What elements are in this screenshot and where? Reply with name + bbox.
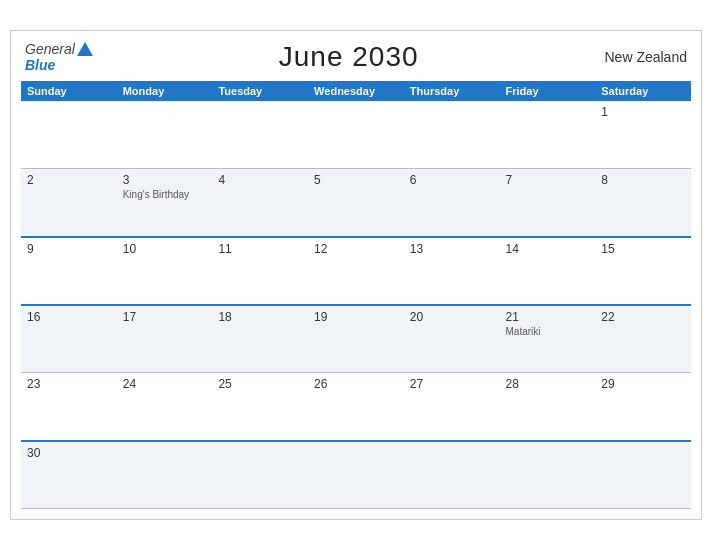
calendar-cell-w5d0: 30 — [21, 441, 117, 509]
day-number: 18 — [218, 310, 302, 324]
day-number: 21 — [506, 310, 590, 324]
calendar-cell-w5d1 — [117, 441, 213, 509]
calendar-cell-w3d5: 21Matariki — [500, 305, 596, 373]
calendar-header: General Blue June 2030 New Zealand — [21, 41, 691, 73]
day-number: 2 — [27, 173, 111, 187]
day-number: 23 — [27, 377, 111, 391]
week-row-0: 1 — [21, 101, 691, 169]
calendar-cell-w1d4: 6 — [404, 169, 500, 237]
calendar-cell-w1d6: 8 — [595, 169, 691, 237]
calendar-cell-w3d3: 19 — [308, 305, 404, 373]
calendar-cell-w2d6: 15 — [595, 237, 691, 305]
day-number: 13 — [410, 242, 494, 256]
week-row-1: 23King's Birthday45678 — [21, 169, 691, 237]
day-number: 14 — [506, 242, 590, 256]
calendar-cell-w5d5 — [500, 441, 596, 509]
calendar-cell-w4d4: 27 — [404, 373, 500, 441]
calendar-cell-w4d1: 24 — [117, 373, 213, 441]
calendar-cell-w3d0: 16 — [21, 305, 117, 373]
logo-general-text: General — [25, 41, 75, 57]
calendar-cell-w1d3: 5 — [308, 169, 404, 237]
calendar-table: Sunday Monday Tuesday Wednesday Thursday… — [21, 81, 691, 510]
day-number: 16 — [27, 310, 111, 324]
header-sunday: Sunday — [21, 81, 117, 101]
calendar-cell-w2d4: 13 — [404, 237, 500, 305]
calendar-cell-w5d6 — [595, 441, 691, 509]
calendar-cell-w4d6: 29 — [595, 373, 691, 441]
header-tuesday: Tuesday — [212, 81, 308, 101]
calendar-cell-w0d6: 1 — [595, 101, 691, 169]
calendar-cell-w5d2 — [212, 441, 308, 509]
day-number: 25 — [218, 377, 302, 391]
day-number: 22 — [601, 310, 685, 324]
holiday-name: King's Birthday — [123, 189, 207, 200]
day-number: 3 — [123, 173, 207, 187]
day-number: 1 — [601, 105, 685, 119]
calendar-cell-w0d2 — [212, 101, 308, 169]
calendar-cell-w1d2: 4 — [212, 169, 308, 237]
day-number: 28 — [506, 377, 590, 391]
days-header-row: Sunday Monday Tuesday Wednesday Thursday… — [21, 81, 691, 101]
calendar-cell-w2d1: 10 — [117, 237, 213, 305]
calendar-cell-w0d1 — [117, 101, 213, 169]
day-number: 29 — [601, 377, 685, 391]
calendar-cell-w2d0: 9 — [21, 237, 117, 305]
week-row-5: 30 — [21, 441, 691, 509]
logo-flag-icon — [77, 42, 93, 56]
day-number: 17 — [123, 310, 207, 324]
calendar-title: June 2030 — [279, 41, 419, 73]
header-thursday: Thursday — [404, 81, 500, 101]
logo-blue-text: Blue — [25, 57, 55, 73]
header-wednesday: Wednesday — [308, 81, 404, 101]
calendar-cell-w3d1: 17 — [117, 305, 213, 373]
day-number: 12 — [314, 242, 398, 256]
day-number: 9 — [27, 242, 111, 256]
calendar-region: New Zealand — [604, 49, 687, 65]
calendar-cell-w4d2: 25 — [212, 373, 308, 441]
day-number: 11 — [218, 242, 302, 256]
calendar-cell-w0d0 — [21, 101, 117, 169]
day-number: 8 — [601, 173, 685, 187]
calendar-cell-w4d0: 23 — [21, 373, 117, 441]
calendar: General Blue June 2030 New Zealand Sunda… — [10, 30, 702, 521]
day-number: 20 — [410, 310, 494, 324]
header-friday: Friday — [500, 81, 596, 101]
header-saturday: Saturday — [595, 81, 691, 101]
day-number: 26 — [314, 377, 398, 391]
calendar-cell-w5d3 — [308, 441, 404, 509]
calendar-cell-w1d5: 7 — [500, 169, 596, 237]
calendar-cell-w3d6: 22 — [595, 305, 691, 373]
day-number: 5 — [314, 173, 398, 187]
calendar-cell-w1d1: 3King's Birthday — [117, 169, 213, 237]
day-number: 10 — [123, 242, 207, 256]
day-number: 30 — [27, 446, 111, 460]
calendar-cell-w4d5: 28 — [500, 373, 596, 441]
calendar-cell-w1d0: 2 — [21, 169, 117, 237]
calendar-cell-w0d5 — [500, 101, 596, 169]
week-row-4: 23242526272829 — [21, 373, 691, 441]
day-number: 19 — [314, 310, 398, 324]
header-monday: Monday — [117, 81, 213, 101]
day-number: 6 — [410, 173, 494, 187]
calendar-cell-w2d5: 14 — [500, 237, 596, 305]
day-number: 27 — [410, 377, 494, 391]
calendar-cell-w4d3: 26 — [308, 373, 404, 441]
week-row-2: 9101112131415 — [21, 237, 691, 305]
calendar-cell-w3d4: 20 — [404, 305, 500, 373]
week-row-3: 161718192021Matariki22 — [21, 305, 691, 373]
holiday-name: Matariki — [506, 326, 590, 337]
calendar-cell-w5d4 — [404, 441, 500, 509]
day-number: 7 — [506, 173, 590, 187]
day-number: 24 — [123, 377, 207, 391]
calendar-cell-w0d4 — [404, 101, 500, 169]
calendar-cell-w3d2: 18 — [212, 305, 308, 373]
day-number: 15 — [601, 242, 685, 256]
calendar-cell-w0d3 — [308, 101, 404, 169]
day-number: 4 — [218, 173, 302, 187]
calendar-cell-w2d2: 11 — [212, 237, 308, 305]
calendar-cell-w2d3: 12 — [308, 237, 404, 305]
